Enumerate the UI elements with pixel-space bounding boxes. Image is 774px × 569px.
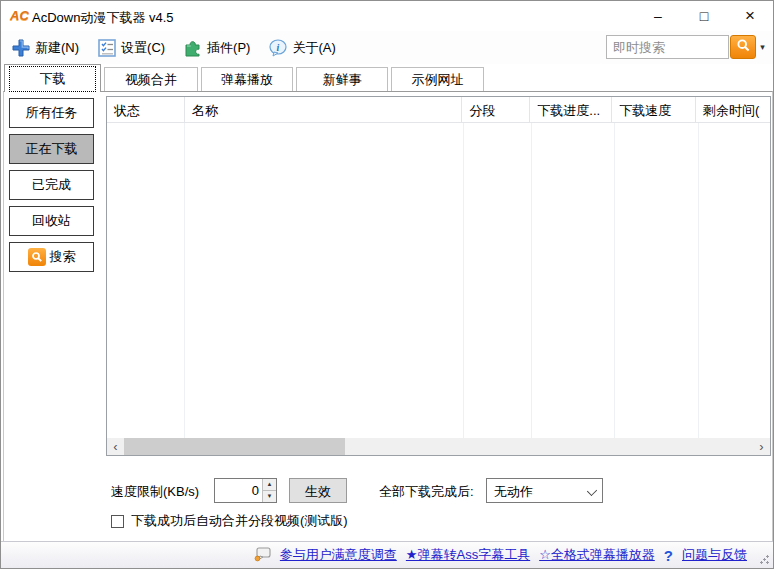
settings-button[interactable]: 设置(C) [89,33,173,63]
scroll-left-button[interactable]: ‹ [107,438,124,455]
close-icon: × [745,6,755,26]
spinner-up-button[interactable]: ▲ [263,479,276,491]
search-button[interactable] [730,35,756,59]
spinner-up-icon: ▲ [267,481,273,487]
tab-sample-urls[interactable]: 示例网址 [391,67,484,91]
sidebar-item-all-tasks[interactable]: 所有任务 [9,98,94,128]
tab-sample-urls-label: 示例网址 [412,71,464,89]
scroll-left-icon: ‹ [113,439,117,454]
about-button[interactable]: i 关于(A) [260,33,343,63]
minimize-icon: – [654,8,662,24]
tab-danmaku-play-label: 弹幕播放 [221,71,273,89]
close-button[interactable]: × [727,1,773,31]
about-info-icon: i [268,38,288,58]
help-question-icon: ? [664,547,673,564]
search-options-dropdown[interactable]: ▾ [756,42,769,52]
task-table[interactable]: 状态 名称 分段 下载进度... 下载速度 剩余时间( ‹ › [106,96,771,456]
settings-checklist-icon [97,38,117,58]
survey-link[interactable]: 参与用户满意度调查 [280,546,397,564]
chevron-down-icon: ▾ [760,42,765,52]
sidebar-item-completed[interactable]: 已完成 [9,170,94,200]
scrollbar-track[interactable] [124,438,753,455]
titlebar: AC AcDown动漫下载器 v4.5 – □ × [1,1,773,31]
scroll-right-icon: › [759,439,763,454]
recycle-bin-label: 回收站 [32,212,71,230]
plugins-button[interactable]: 插件(P) [175,33,258,63]
column-divider [698,123,699,439]
instant-search-input[interactable] [606,35,729,59]
survey-bubble-icon [254,546,271,565]
speed-limit-value[interactable]: 0 [215,479,262,502]
feedback-link[interactable]: 问题与反馈 [682,546,747,564]
sidebar-item-downloading[interactable]: 正在下载 [9,134,94,164]
task-table-body [107,123,770,439]
sidebar-item-recycle-bin[interactable]: 回收站 [9,206,94,236]
window-title: AcDown动漫下载器 v4.5 [32,9,174,27]
downloading-label: 正在下载 [26,140,78,158]
window-controls: – □ × [635,1,773,31]
tab-video-merge-label: 视频合并 [125,71,177,89]
resize-grip-icon[interactable] [760,555,769,564]
minimize-button[interactable]: – [635,1,681,31]
tab-news[interactable]: 新鲜事 [296,67,388,91]
plugins-label: 插件(P) [207,39,250,57]
search-icon [28,248,46,266]
column-header-remaining[interactable]: 剩余时间( [696,97,770,122]
spinner-down-button[interactable]: ▼ [263,491,276,502]
tab-news-label: 新鲜事 [323,71,362,89]
column-header-segments[interactable]: 分段 [462,97,530,122]
auto-merge-label: 下载成功后自动合并分段视频(测试版) [131,512,348,530]
all-tasks-label: 所有任务 [26,104,78,122]
chevron-down-icon [588,487,596,495]
apply-button[interactable]: 生效 [289,478,347,503]
after-complete-label: 全部下载完成后: [379,483,474,501]
ass-tool-link[interactable]: ★弹幕转Ass字幕工具 [406,546,530,564]
about-label: 关于(A) [292,39,335,57]
column-divider [614,123,615,439]
app-logo-icon: AC [10,8,28,24]
task-table-header: 状态 名称 分段 下载进度... 下载速度 剩余时间( [107,97,770,123]
sidebar-item-search[interactable]: 搜索 [9,242,94,272]
auto-merge-checkbox[interactable] [111,515,124,528]
new-task-button[interactable]: 新建(N) [3,33,87,63]
statusbar: 参与用户满意度调查 ★弹幕转Ass字幕工具 ☆全格式弹幕播放器 ? 问题与反馈 [1,541,773,568]
settings-label: 设置(C) [121,39,165,57]
tabstrip: 下载 视频合并 弹幕播放 新鲜事 示例网址 [1,64,773,92]
tab-download[interactable]: 下载 [4,64,101,92]
plugin-puzzle-icon [183,38,203,58]
column-header-speed[interactable]: 下载速度 [612,97,696,122]
column-divider [463,123,464,439]
column-header-progress[interactable]: 下载进度... [530,97,612,122]
new-plus-icon [11,38,31,58]
speed-limit-label: 速度限制(KB/s) [111,483,199,501]
spinner-buttons: ▲ ▼ [262,479,276,502]
column-divider [531,123,532,439]
horizontal-scrollbar[interactable]: ‹ › [107,438,770,455]
sidebar-search-label: 搜索 [50,248,76,266]
search-icon [736,38,751,56]
completed-label: 已完成 [32,176,71,194]
scrollbar-thumb[interactable] [124,438,345,455]
after-complete-value: 无动作 [494,483,533,501]
maximize-button[interactable]: □ [681,1,727,31]
column-header-status[interactable]: 状态 [107,97,185,122]
column-header-name[interactable]: 名称 [185,97,463,122]
tab-video-merge[interactable]: 视频合并 [104,67,198,91]
tab-danmaku-play[interactable]: 弹幕播放 [201,67,293,91]
search-area: ▾ [606,35,769,59]
spinner-down-icon: ▼ [267,493,273,499]
maximize-icon: □ [700,8,708,24]
scroll-right-button[interactable]: › [753,438,770,455]
svg-text:i: i [277,42,280,53]
danmaku-player-link[interactable]: ☆全格式弹幕播放器 [539,546,655,564]
new-task-label: 新建(N) [35,39,79,57]
column-divider [184,123,185,439]
tab-download-label: 下载 [9,66,96,92]
speed-limit-spinner[interactable]: 0 ▲ ▼ [214,478,277,503]
app-window: AC AcDown动漫下载器 v4.5 – □ × 新建(N) 设置(C) 插件… [0,0,774,569]
after-complete-select[interactable]: 无动作 [486,478,603,503]
toolbar: 新建(N) 设置(C) 插件(P) i 关于(A) [1,31,773,64]
auto-merge-row: 下载成功后自动合并分段视频(测试版) [111,512,348,530]
